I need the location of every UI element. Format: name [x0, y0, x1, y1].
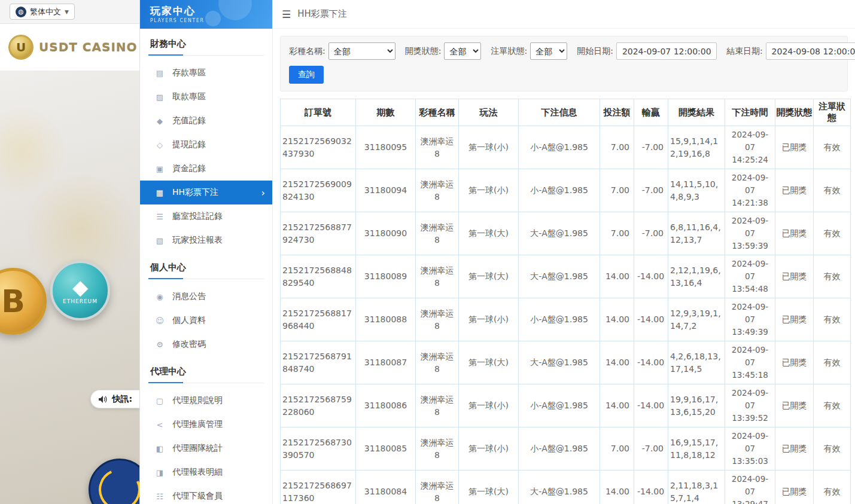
- cell-amount: 14.00: [600, 341, 634, 384]
- news-ticker: 快訊:: [90, 390, 139, 408]
- draw-status-label: 開獎狀態:: [405, 46, 442, 57]
- main-panel: ☰ HH彩票下注 彩種名稱: 全部 開獎狀態: 全部: [273, 0, 855, 504]
- cell-winloss: -14.00: [634, 384, 668, 427]
- lottery-name-select[interactable]: 全部: [328, 42, 395, 60]
- start-date-input[interactable]: [616, 42, 717, 60]
- agent-team-stats-icon: ◧: [155, 444, 165, 453]
- menu-icon[interactable]: ☰: [282, 8, 291, 20]
- filter-row: 彩種名稱: 全部 開獎狀態: 全部 注單狀態: 全: [289, 42, 839, 60]
- cell-play: 第一球(大): [459, 255, 519, 298]
- cell-result: 2,11,18,3,15,7,1,4: [668, 471, 725, 504]
- cell-time: 2024-09-07 13:39:52: [725, 384, 775, 427]
- cell-amount: 7.00: [600, 212, 634, 255]
- cell-draw-status: 已開獎: [775, 341, 814, 384]
- cell-winloss: -14.00: [634, 298, 668, 341]
- cell-amount: 7.00: [600, 169, 634, 212]
- cell-winloss: -14.00: [634, 341, 668, 384]
- cell-order-status: 有效: [814, 212, 851, 255]
- cell-period: 31180090: [356, 212, 416, 255]
- cell-draw-status: 已開獎: [775, 212, 814, 255]
- sidebar-subtitle: PLAYERS CENTER: [150, 18, 272, 23]
- cell-draw-status: 已開獎: [775, 255, 814, 298]
- cell-order-status: 有效: [814, 169, 851, 212]
- sidebar-item-withdrawal-records[interactable]: ◇ 提現記錄 ›: [140, 133, 272, 157]
- cell-winloss: -14.00: [634, 471, 668, 504]
- sidebar-item-profile[interactable]: ☺ 個人資料 ›: [140, 308, 272, 332]
- sidebar-nav: 財務中心 ▤ 存款專區 › ▨ 取款專區 › ◆ 充值記錄 › ◇ 提現記錄 ›…: [140, 38, 272, 504]
- sidebar-item-agent-report-detail[interactable]: ◨ 代理報表明細 ›: [140, 460, 272, 484]
- filter-draw-status: 開獎狀態: 全部: [405, 42, 482, 60]
- cell-lottery: 澳洲幸运8: [416, 427, 459, 471]
- sidebar-item-change-password[interactable]: ⚙ 修改密碼 ›: [140, 332, 272, 356]
- sidebar-item-room-bet-records[interactable]: ☰ 廳室投註記錄 ›: [140, 204, 272, 228]
- cell-amount: 14.00: [600, 255, 634, 298]
- sidebar-item-hh-lottery-bets[interactable]: ▦ HH彩票下注 ›: [140, 181, 272, 204]
- cell-play: 第一球(大): [459, 212, 519, 255]
- sidebar-item-agent-rules[interactable]: ▢ 代理規則說明 ›: [140, 389, 272, 413]
- cell-bet-info: 大-A盤@1.985: [519, 255, 600, 298]
- agent-promotion-icon: <: [155, 420, 165, 429]
- col-result: 開獎結果: [668, 99, 725, 126]
- cell-order-no: 2152172568730390570: [281, 427, 356, 471]
- cell-order-status: 有效: [814, 341, 851, 384]
- col-lottery: 彩種名稱: [416, 99, 459, 126]
- sidebar-item-messages[interactable]: ◉ 消息公告 ›: [140, 285, 272, 308]
- cell-time: 2024-09-07 14:21:38: [725, 169, 775, 212]
- cell-play: 第一球(小): [459, 169, 519, 212]
- cell-bet-info: 小-A盤@1.985: [519, 126, 600, 169]
- table-row: 2152172568817968440 31180088 澳洲幸运8 第一球(小…: [281, 298, 851, 341]
- sidebar: 玩家中心 PLAYERS CENTER 財務中心 ▤ 存款專區 › ▨ 取款專區…: [139, 0, 273, 504]
- col-order-status: 注單狀態: [814, 99, 851, 126]
- col-bet-info: 下注信息: [519, 99, 600, 126]
- cell-result: 15,9,1,14,12,19,16,8: [668, 126, 725, 169]
- sidebar-item-agent-members[interactable]: ☷ 代理下級會員 ›: [140, 484, 272, 504]
- main-topbar: ☰ HH彩票下注: [273, 0, 855, 29]
- cell-bet-info: 小-A盤@1.985: [519, 169, 600, 212]
- draw-status-select[interactable]: 全部: [444, 42, 481, 60]
- order-status-select[interactable]: 全部: [530, 42, 567, 60]
- cell-order-no: 2152172568817968440: [281, 298, 356, 341]
- sidebar-item-agent-promotion[interactable]: < 代理推廣管理 ›: [140, 413, 272, 436]
- club-badge-arc: [93, 463, 139, 504]
- filter-panel: 彩種名稱: 全部 開獎狀態: 全部 注單狀態: 全: [280, 36, 848, 91]
- usdt-coin-icon: U: [8, 35, 34, 60]
- cell-period: 31180088: [356, 298, 416, 341]
- cell-period: 31180089: [356, 255, 416, 298]
- room-bet-records-icon: ☰: [155, 212, 165, 221]
- main-content: 彩種名稱: 全部 開獎狀態: 全部 注單狀態: 全: [273, 29, 855, 504]
- cell-order-status: 有效: [814, 384, 851, 427]
- cell-lottery: 澳洲幸运8: [416, 169, 459, 212]
- cell-winloss: -7.00: [634, 212, 668, 255]
- end-date-input[interactable]: [766, 42, 855, 60]
- sidebar-item-withdraw[interactable]: ▨ 取款專區 ›: [140, 85, 272, 109]
- end-date-label: 結束日期:: [726, 46, 763, 57]
- cell-time: 2024-09-07 13:35:03: [725, 427, 775, 471]
- cell-bet-info: 小-A盤@1.985: [519, 427, 600, 471]
- col-time: 下注時間: [725, 99, 775, 126]
- lottery-name-label: 彩種名稱:: [289, 46, 325, 57]
- sidebar-item-deposit[interactable]: ▤ 存款專區 ›: [140, 61, 272, 85]
- sidebar-item-agent-team-stats[interactable]: ◧ 代理團隊統計 ›: [140, 436, 272, 460]
- cell-lottery: 澳洲幸运8: [416, 255, 459, 298]
- sidebar-item-funds-records[interactable]: ▣ 資金記錄 ›: [140, 157, 272, 181]
- cell-play: 第一球(大): [459, 341, 519, 384]
- language-label: 繁体中文: [30, 7, 61, 17]
- sidebar-item-player-bet-report[interactable]: ▧ 玩家投注報表 ›: [140, 228, 272, 252]
- cell-draw-status: 已開獎: [775, 384, 814, 427]
- table-row: 2152172569032437930 31180095 澳洲幸运8 第一球(小…: [281, 126, 851, 169]
- ethereum-coin-icon: ◆ ETHEREUM: [50, 261, 110, 320]
- sidebar-section-personal: 個人中心: [148, 262, 264, 279]
- order-status-label: 注單狀態:: [491, 46, 527, 57]
- language-selector[interactable]: ◍ 繁体中文 ▼: [10, 4, 75, 20]
- search-button[interactable]: 查詢: [289, 66, 324, 84]
- cell-play: 第一球(小): [459, 427, 519, 471]
- cell-lottery: 澳洲幸运8: [416, 471, 459, 504]
- filter-order-status: 注單狀態: 全部: [491, 42, 567, 60]
- cell-amount: 14.00: [600, 384, 634, 427]
- cell-time: 2024-09-07 13:59:39: [725, 212, 775, 255]
- cell-order-status: 有效: [814, 427, 851, 471]
- table-row: 2152172568791848740 31180087 澳洲幸运8 第一球(大…: [281, 341, 851, 384]
- cell-play: 第一球(小): [459, 384, 519, 427]
- cell-time: 2024-09-07 13:49:39: [725, 298, 775, 341]
- sidebar-item-recharge-records[interactable]: ◆ 充值記錄 ›: [140, 109, 272, 133]
